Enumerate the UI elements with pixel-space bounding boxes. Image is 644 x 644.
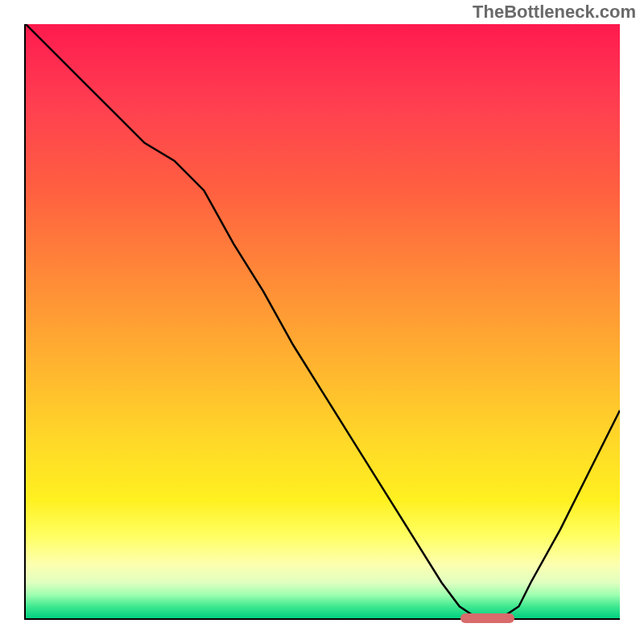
chart-plot-area — [24, 24, 620, 620]
watermark-text: TheBottleneck.com — [473, 2, 636, 23]
curve-line — [26, 24, 620, 618]
optimal-range-marker — [460, 613, 514, 623]
